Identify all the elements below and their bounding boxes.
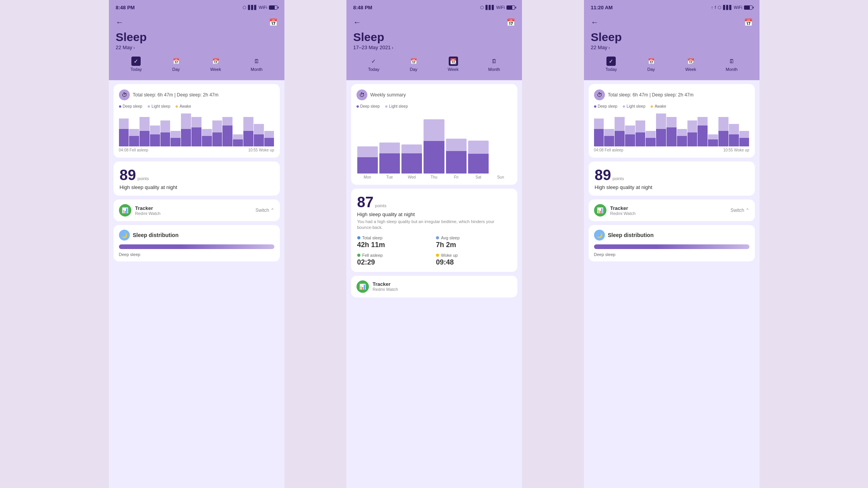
weekly-card-middle: ⏱ Weekly summary Deep sleep Light sleep: [351, 84, 517, 185]
facebook-icon-right: f: [715, 5, 716, 10]
tracker-device-middle: Redmi Watch: [373, 287, 398, 292]
tracker-icon-right: 📊: [594, 204, 606, 217]
sleep-pattern-right: [594, 112, 749, 146]
sleep-block-r13: [718, 112, 728, 146]
score-number-right: 89: [595, 167, 611, 184]
stat-total-label: Total sleep: [362, 235, 383, 240]
legend-light-right: Light sleep: [623, 104, 645, 108]
legend-right: Deep sleep Light sleep Awake: [594, 104, 749, 108]
date-right[interactable]: 22 May›: [591, 45, 753, 50]
dist-card-left: 🌙 Sleep distribution Deep sleep: [114, 225, 280, 261]
clock-icon-right: ⏱: [594, 89, 605, 100]
sleep-block-r12: [708, 112, 718, 146]
sleep-block-10: [212, 112, 222, 146]
signal-icon-right: ▋▋▋: [723, 5, 732, 10]
stat-avg-label-row: Avg sleep: [436, 235, 511, 240]
bar-tue-inner: [379, 143, 400, 174]
tab-week-right[interactable]: 📆 Week: [682, 55, 700, 73]
sleep-block-r8: [666, 112, 677, 146]
tab-today-label-right: Today: [606, 67, 617, 72]
sleep-chart-header-left: ⏱ Total sleep: 6h 47m | Deep sleep: 2h 4…: [119, 89, 274, 100]
stat-woke-value: 09:48: [436, 258, 511, 266]
score-row-middle: 87 points: [357, 194, 511, 211]
time-row-right: 04:08 Fell asleep 10:55 Woke up: [594, 148, 749, 152]
legend-light-label-right: Light sleep: [627, 104, 645, 108]
tab-month-icon-left: 🗓: [252, 57, 261, 66]
tab-bar-middle: ✓ Today 📅 Day 📆 Week 🗓 Month: [353, 55, 515, 75]
bar-thu-light: [424, 119, 444, 141]
dist-label-right: Deep sleep: [594, 252, 749, 257]
tab-month-middle[interactable]: 🗓 Month: [484, 55, 504, 73]
date-chevron-left: ›: [133, 45, 135, 50]
screen-middle: 8:48 PM ⬡ ▋▋▋ WiFi ← 📅 Sleep 17–23 May 2…: [346, 0, 522, 488]
weekly-legend-middle: Deep sleep Light sleep: [356, 104, 512, 108]
tab-month-label-middle: Month: [488, 67, 500, 72]
sleep-block-1: [119, 112, 129, 146]
tracker-name-middle: Tracker: [373, 281, 398, 287]
score-card-left: 89 points High sleep quality at night: [114, 162, 280, 196]
page-title-right: Sleep: [591, 31, 753, 43]
stat-woke-up: Woke up 09:48: [436, 253, 511, 266]
dist-icon-right: 🌙: [594, 230, 605, 241]
bar-tue: [379, 112, 400, 174]
tab-week-left[interactable]: 📆 Week: [207, 55, 225, 73]
switch-button-left[interactable]: Switch ⌃: [255, 208, 274, 213]
stat-avg-label: Avg sleep: [441, 235, 460, 240]
legend-awake-label-left: Awake: [179, 104, 191, 108]
sleep-block-4: [150, 112, 160, 146]
calendar-button-left[interactable]: 📅: [269, 18, 277, 27]
legend-left: Deep sleep Light sleep Awake: [119, 104, 274, 108]
tab-month-left[interactable]: 🗓 Month: [247, 55, 267, 73]
sleep-block-r4: [625, 112, 635, 146]
tab-day-left[interactable]: 📅 Day: [167, 55, 184, 73]
stats-grid-middle: Total sleep 42h 11m Avg sleep 7h 2m: [357, 235, 511, 266]
tab-today-left[interactable]: ✓ Today: [127, 55, 146, 73]
tab-day-middle[interactable]: 📅 Day: [405, 55, 422, 73]
date-left[interactable]: 22 May›: [116, 45, 277, 50]
weekly-deep-dot: [356, 105, 359, 108]
day-label-mon: Mon: [357, 175, 378, 179]
tab-week-middle[interactable]: 📆 Week: [444, 55, 463, 73]
tracker-info-right: Tracker Redmi Watch: [610, 205, 636, 216]
tab-today-middle[interactable]: ✓ Today: [364, 55, 383, 73]
weekly-header-middle: ⏱ Weekly summary: [356, 89, 512, 100]
tab-month-right[interactable]: 🗓 Month: [722, 55, 742, 73]
back-button-middle[interactable]: ←: [353, 18, 361, 27]
switch-button-right[interactable]: Switch ⌃: [730, 208, 749, 213]
status-bar-right: 11:20 AM ↑ f ⬡ ▋▋▋ WiFi: [584, 0, 760, 14]
status-icons-left: ⬡ ▋▋▋ WiFi: [243, 5, 277, 10]
score-label-middle: points: [375, 203, 386, 208]
sleep-block-r11: [698, 112, 708, 146]
sleep-block-r3: [615, 112, 625, 146]
back-button-left[interactable]: ←: [116, 18, 124, 27]
score-card-middle: 87 points High sleep quality at night Yo…: [351, 189, 517, 272]
legend-awake-dot-right: [651, 105, 653, 108]
sleep-block-9: [202, 112, 212, 146]
tab-month-label-left: Month: [251, 67, 263, 72]
calendar-button-right[interactable]: 📅: [744, 18, 753, 27]
back-button-right[interactable]: ←: [591, 18, 599, 27]
tracker-left-info: 📊 Tracker Redmi Watch: [119, 204, 161, 217]
tab-today-right[interactable]: ✓ Today: [602, 55, 621, 73]
stat-total-label-row: Total sleep: [357, 235, 432, 240]
tab-day-right[interactable]: 📅 Day: [642, 55, 660, 73]
nav-bar-right: ← 📅: [591, 18, 753, 27]
stat-total-value: 42h 11m: [357, 241, 432, 249]
bar-mon-deep: [357, 157, 378, 174]
tab-bar-left: ✓ Today 📅 Day 📆 Week 🗓 Month: [116, 55, 277, 75]
tab-today-icon-right: ✓: [606, 57, 616, 66]
legend-light-dot-left: [148, 105, 150, 108]
tab-bar-right: ✓ Today 📅 Day 📆 Week 🗓 Month: [591, 55, 753, 75]
date-middle[interactable]: 17–23 May 2021›: [353, 45, 515, 50]
sleep-block-3: [140, 112, 150, 146]
nav-bar-middle: ← 📅: [353, 18, 515, 27]
calendar-button-middle[interactable]: 📅: [506, 18, 515, 27]
day-label-fri: Fri: [446, 175, 467, 179]
score-row-left: 89 points: [120, 167, 274, 184]
legend-awake-label-right: Awake: [654, 104, 666, 108]
dist-icon-left: 🌙: [119, 230, 130, 241]
page-title-left: Sleep: [116, 31, 277, 43]
time-row-left: 04:08 Fell asleep 10:55 Woke up: [119, 148, 274, 152]
legend-deep-dot-right: [594, 105, 596, 108]
status-bar-middle: 8:48 PM ⬡ ▋▋▋ WiFi: [346, 0, 522, 14]
